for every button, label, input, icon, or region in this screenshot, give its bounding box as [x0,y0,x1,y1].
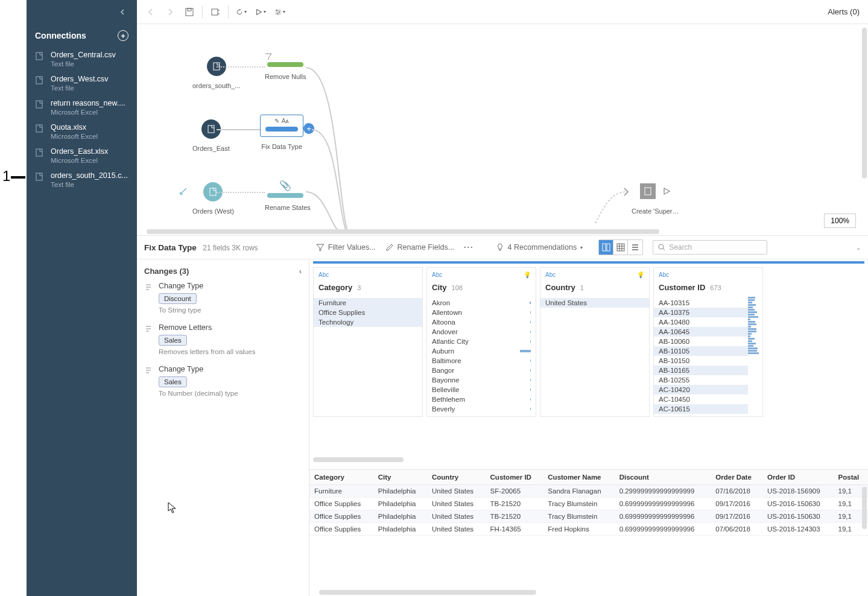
save-button[interactable] [184,7,195,17]
profile-value[interactable]: AA-10645 [654,327,748,337]
connection-item[interactable]: Orders_Central.csvText file [27,47,137,71]
back-button[interactable] [145,7,156,17]
profile-value[interactable]: Altoona [427,317,536,327]
zoom-level[interactable]: 100% [824,214,856,228]
run-output-button[interactable] [662,186,671,196]
grid-view-button[interactable] [613,240,628,255]
connection-item[interactable]: Orders_West.csvText file [27,71,137,95]
column-header[interactable]: Postal [834,470,868,485]
profile-value[interactable]: AA-10480 [654,317,748,327]
profile-value[interactable]: Beverly [427,404,536,414]
alerts-button[interactable]: Alerts (0) [828,7,860,16]
profile-value[interactable]: Bethlehem [427,395,536,404]
profile-value[interactable]: Technology [314,317,422,327]
profile-value[interactable]: AB-10165 [654,366,748,375]
rename-fields-button[interactable]: Rename Fields... [385,243,454,252]
field-type-label: Abc [318,271,329,278]
change-item[interactable]: Change Type Discount To String type [144,282,302,314]
profile-value[interactable]: AC-10615 [654,404,748,414]
connection-item[interactable]: Quota.xlsxMicrosoft Excel [27,119,137,144]
profile-value[interactable]: Auburn [427,346,536,356]
forward-button[interactable] [165,7,176,17]
data-table[interactable]: CategoryCityCountryCustomer IDCustomer N… [309,470,868,536]
connect-button[interactable] [210,7,221,17]
profile-value[interactable]: AB-10060 [654,337,748,346]
refresh-button[interactable]: ▾ [236,7,247,17]
lightbulb-icon[interactable]: 💡 [637,271,644,278]
profile-value[interactable]: Office Supplies [314,308,422,317]
profile-view-button[interactable] [599,240,613,255]
type-icon: Aᴀ [282,118,290,124]
column-header[interactable]: Customer ID [486,470,543,485]
more-options-button[interactable]: ··· [464,243,474,252]
grid-vscrollbar[interactable] [862,487,867,529]
lightbulb-icon[interactable]: 💡 [524,271,531,278]
profile-card[interactable]: Abc💡 City108 AkronAllentownAltoonaAndove… [426,267,536,417]
collapse-sidebar-button[interactable] [118,7,128,17]
profile-value[interactable]: Akron [427,298,536,308]
collapse-changes-button[interactable]: ‹ [299,267,302,276]
change-title: Change Type [159,365,302,373]
search-input[interactable]: Search [653,240,767,255]
canvas-hscrollbar[interactable] [142,229,856,234]
table-row[interactable]: Office SuppliesPhiladelphiaUnited States… [309,510,868,523]
table-row[interactable]: Office SuppliesPhiladelphiaUnited States… [309,498,868,510]
table-row[interactable]: FurniturePhiladelphiaUnited StatesSF-200… [309,485,868,498]
profile-value[interactable]: Baltimore [427,356,536,366]
profile-hscrollbar[interactable] [313,457,404,462]
profile-value[interactable]: Andover [427,327,536,337]
column-header[interactable]: Category [309,470,373,485]
svg-rect-18 [617,244,624,251]
change-icon [144,283,154,293]
list-view-button[interactable] [628,240,642,255]
profile-value[interactable]: AC-10420 [654,385,748,395]
flow-canvas[interactable]: orders_south_... Remove Nulls Orders_Eas… [137,24,868,235]
profile-value[interactable]: Bayonne [427,375,536,385]
profile-value[interactable]: Bangor [427,366,536,375]
profile-value[interactable]: AC-10450 [654,395,748,404]
column-header[interactable]: Order Date [711,470,762,485]
svg-rect-16 [603,244,606,251]
add-connection-button[interactable]: + [118,30,128,41]
step-fix-data-type[interactable]: ✎Aᴀ + Fix Data Type [260,115,303,150]
svg-rect-15 [645,188,651,195]
table-cell: Philadelphia [373,485,427,498]
column-header[interactable]: Customer Name [543,470,614,485]
profile-value[interactable]: AA-10375 [654,308,748,317]
column-header[interactable]: Discount [615,470,711,485]
profile-value[interactable]: United States [540,298,649,308]
canvas-vscrollbar[interactable] [862,28,867,179]
expand-button[interactable]: ⌄ [856,244,861,251]
filter-values-button[interactable]: Filter Values... [316,243,376,252]
profile-value[interactable]: AA-10315 [654,298,748,308]
settings-button[interactable]: ▾ [274,7,285,17]
column-header[interactable]: Order ID [762,470,834,485]
profile-card[interactable]: Abc Customer ID673 AA-10315AA-10375AA-10… [653,267,763,417]
run-flow-button[interactable]: ▾ [255,7,266,17]
profile-value[interactable]: Furniture [314,298,422,308]
profile-card[interactable]: Abc💡 Country1 United States [540,267,650,417]
recommendations-button[interactable]: 4 Recommendations ▾ [496,243,583,252]
svg-rect-2 [36,101,42,108]
profile-value[interactable]: AB-10255 [654,375,748,385]
connection-item[interactable]: orders_south_2015.c...Text file [27,168,137,192]
step-rename-states[interactable]: 📎 Rename States [265,180,311,211]
profile-value[interactable]: AB-10150 [654,356,748,366]
column-header[interactable]: City [373,470,427,485]
change-item[interactable]: Change Type Sales To Number (decimal) ty… [144,365,302,397]
table-row[interactable]: Office SuppliesPhiladelphiaUnited States… [309,523,868,536]
profile-value[interactable]: Belleville [427,385,536,395]
file-icon [35,148,45,158]
profile-value[interactable]: Allentown [427,308,536,317]
column-header[interactable]: Country [427,470,486,485]
profile-card[interactable]: Abc Category3 FurnitureOffice SuppliesTe… [313,267,423,417]
change-item[interactable]: Remove Letters Sales Removes letters fro… [144,323,302,355]
step-remove-nulls[interactable]: Remove Nulls [265,53,306,80]
connection-item[interactable]: Orders_East.xlsxMicrosoft Excel [27,144,137,168]
connection-item[interactable]: return reasons_new....Microsoft Excel [27,95,137,119]
output-node[interactable]: Create 'Supers... [632,183,680,215]
table-cell: US-2016-150630 [762,498,834,510]
grid-hscrollbar[interactable] [319,590,536,595]
profile-value[interactable]: Atlantic City [427,337,536,346]
profile-value[interactable]: AB-10105 [654,346,748,356]
